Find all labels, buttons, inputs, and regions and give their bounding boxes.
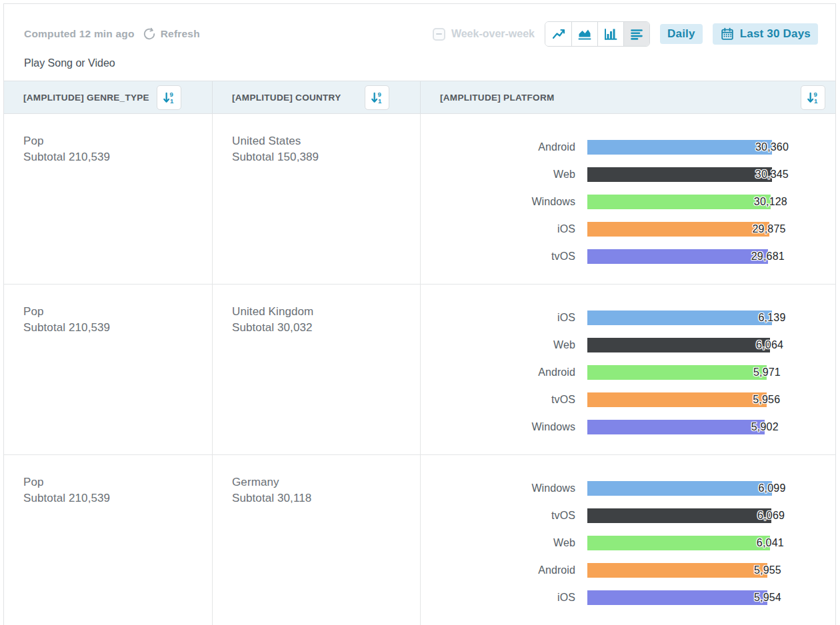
genre-cell: Pop Subtotal 210,539 [4,285,213,454]
platform-bar-chart: iOS 6,139 Web 6,064 Android 5,971 tvOS 5… [421,285,835,454]
bar-fill[interactable] [587,508,771,523]
bar-row: Web 6,041 [421,529,835,556]
svg-text:1: 1 [378,97,382,105]
area-chart-button[interactable] [571,22,597,46]
bar-label: Android [421,366,575,378]
bar-track: 6,064 [587,338,772,352]
bar-label: Windows [421,421,575,433]
indeterminate-dash-icon [436,33,442,35]
column-header-country: [AMPLITUDE] COUNTRY 9 1 [213,81,421,113]
bar-track: 5,902 [587,420,772,434]
line-chart-button[interactable] [545,22,571,46]
granularity-button[interactable]: Daily [660,24,703,44]
country-cell: Germany Subtotal 30,118 [213,455,421,625]
svg-text:1: 1 [814,97,818,105]
country-name: Germany [232,474,408,490]
genre-cell: Pop Subtotal 210,539 [4,455,213,625]
bar-row: tvOS 5,956 [421,386,835,413]
bar-label: tvOS [421,510,575,522]
refresh-button[interactable]: Refresh [143,27,200,41]
compute-status: Computed 12 min ago Refresh [24,27,200,41]
bar-track: 6,041 [587,536,772,550]
bar-label: Web [421,537,575,549]
bar-track: 30,345 [587,167,772,182]
date-range-label: Last 30 Days [740,27,811,41]
bar-value: 6,099 [758,482,785,494]
bar-row: Android 30,360 [421,133,835,161]
column-chart-icon [603,26,619,42]
date-range-button[interactable]: Last 30 Days [713,23,818,45]
bar-row: Windows 5,902 [421,413,835,440]
bar-track: 6,069 [587,508,772,523]
sort-button-country[interactable]: 9 1 [365,85,389,110]
bar-value: 5,902 [751,421,779,433]
bar-fill[interactable] [587,481,772,496]
bar-label: iOS [421,592,575,604]
bar-row: Android 5,955 [421,556,835,584]
bar-fill[interactable] [587,167,772,182]
bar-row: iOS 6,139 [421,304,835,331]
bar-fill[interactable] [587,311,772,325]
toolbar-controls: Week-over-week [433,21,818,47]
bar-row: Web 6,064 [421,331,835,358]
bar-label: tvOS [421,394,575,406]
bar-fill[interactable] [587,222,769,237]
bar-label: Web [421,169,575,181]
bar-track: 5,955 [587,563,772,578]
bar-fill[interactable] [587,338,770,352]
bar-fill[interactable] [587,249,768,264]
country-name: United Kingdom [232,304,408,320]
bar-row: tvOS 6,069 [421,502,835,529]
bar-fill[interactable] [587,365,767,380]
platform-bar-chart: Windows 6,099 tvOS 6,069 Web 6,041 Andro… [421,455,835,625]
column-header-genre-type: [AMPLITUDE] GENRE_TYPE 9 1 [4,81,213,113]
platform-bar-chart: Android 30,360 Web 30,345 Windows 30,128… [421,114,835,284]
bar-fill[interactable] [587,563,767,578]
genre-cell: Pop Subtotal 210,539 [4,114,213,284]
column-header-label: [AMPLITUDE] PLATFORM [440,93,554,103]
bar-row: Android 5,971 [421,358,835,386]
horizontal-bar-chart-button[interactable] [623,22,649,46]
sort-button-platform[interactable]: 9 1 [801,85,825,110]
bar-label: iOS [421,223,575,235]
sort-descending-icon: 9 1 [369,90,385,105]
bar-fill[interactable] [587,195,771,209]
country-subtotal: Subtotal 30,118 [232,490,408,506]
computed-timestamp: Computed 12 min ago [24,28,135,40]
granularity-label: Daily [667,27,695,41]
sort-button-genre-type[interactable]: 9 1 [157,85,181,110]
genre-subtotal: Subtotal 210,539 [23,149,200,165]
platform-cell: Windows 6,099 tvOS 6,069 Web 6,041 Andro… [421,455,835,625]
table-row: Pop Subtotal 210,539 Germany Subtotal 30… [4,455,835,625]
week-over-week-toggle[interactable]: Week-over-week [433,28,535,41]
genre-subtotal: Subtotal 210,539 [23,490,200,506]
bar-label: Android [421,564,575,576]
week-over-week-checkbox[interactable] [433,28,445,41]
column-header-label: [AMPLITUDE] GENRE_TYPE [23,93,149,103]
chart-type-switcher [545,21,650,47]
bar-value: 30,128 [754,196,787,208]
column-chart-button[interactable] [597,22,623,46]
bar-fill[interactable] [587,420,765,434]
sort-descending-icon: 9 1 [161,90,177,105]
bar-fill[interactable] [587,536,770,550]
bar-label: iOS [421,312,575,324]
platform-cell: iOS 6,139 Web 6,064 Android 5,971 tvOS 5… [421,285,835,454]
bar-row: Windows 6,099 [421,474,835,502]
bar-value: 5,954 [754,592,781,604]
svg-text:1: 1 [170,97,174,105]
bar-track: 5,956 [587,392,772,407]
bar-fill[interactable] [587,392,767,407]
bar-fill[interactable] [587,590,767,605]
calendar-icon [720,27,735,41]
country-cell: United Kingdom Subtotal 30,032 [213,285,421,454]
refresh-icon [143,27,156,41]
genre-subtotal: Subtotal 210,539 [23,320,200,336]
bar-label: Windows [421,196,575,208]
bar-value: 6,064 [756,339,783,351]
bar-value: 30,345 [755,169,789,181]
genre-name: Pop [23,304,200,320]
table-header: [AMPLITUDE] GENRE_TYPE 9 1 [AMPLITUDE] C… [4,81,835,114]
sort-descending-icon: 9 1 [805,90,821,105]
bar-fill[interactable] [587,140,772,155]
